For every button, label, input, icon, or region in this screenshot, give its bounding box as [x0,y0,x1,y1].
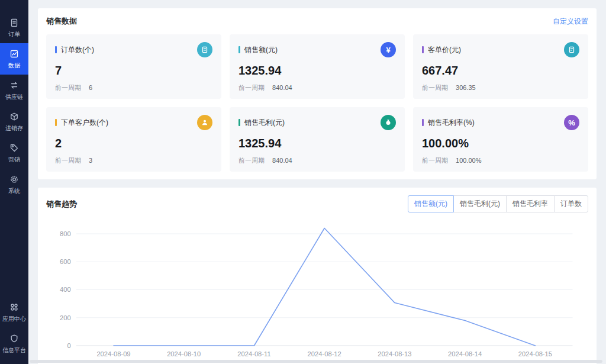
stat-value: 100.00% [422,137,579,150]
sales-data-panel: 销售数据 自定义设置 订单数(个) 7 前一周期 6 [38,8,597,179]
card-accent-bar [422,119,424,126]
sidebar-item-label: 应用中心 [2,315,26,323]
stat-card-sales-amount: 销售额(元) ¥ 1325.94 前一周期 840.04 [230,34,405,99]
svg-text:2024-08-09: 2024-08-09 [96,350,130,357]
user-icon [197,115,212,130]
prev-period-label: 前一周期 [238,157,265,164]
sales-data-title: 销售数据 [46,16,77,27]
supply-chain-icon [9,80,20,91]
tab-order-count[interactable]: 订单数 [554,195,588,212]
receipt-icon [564,42,579,57]
sales-trend-panel: 销售趋势 销售额(元) 销售毛利(元) 销售毛利率 订单数 0200400600… [38,188,597,364]
sales-trend-title: 销售趋势 [46,199,77,210]
stat-title: 销售毛利率(%) [428,118,475,128]
stat-card-gross-margin: 销售毛利率(%) % 100.00% 前一周期 100.00% [413,107,588,172]
svg-text:2024-08-11: 2024-08-11 [237,350,270,357]
stat-card-customer-count: 下单客户数(个) 2 前一周期 3 [46,107,221,172]
stat-title: 订单数(个) [61,45,94,55]
sidebar: 订单 数据 供应链 进销存 营销 系统 [0,0,28,364]
svg-text:2024-08-15: 2024-08-15 [518,350,552,357]
percent-glyph: % [568,118,575,127]
prev-period-value: 3 [89,157,92,164]
prev-period-label: 前一周期 [422,157,448,164]
sales-trend-chart: 02004006008002024-08-092024-08-102024-08… [46,217,588,362]
sidebar-item-label: 系统 [8,187,20,195]
stat-value: 7 [55,64,212,78]
app-center-icon [9,302,20,313]
card-accent-bar [55,119,57,126]
sidebar-item-app-center[interactable]: 应用中心 [0,297,28,328]
horizontal-scrollbar[interactable] [30,360,602,363]
prev-period-label: 前一周期 [55,84,81,91]
stat-card-gross-profit: 销售毛利(元) 1325.94 前一周期 840.04 [230,107,405,172]
sidebar-item-label: 订单 [8,30,20,38]
custom-settings-link[interactable]: 自定义设置 [553,17,588,27]
stat-value: 2 [55,137,212,150]
prev-period-value: 6 [89,84,92,91]
line-chart: 02004006008002024-08-092024-08-102024-08… [46,217,588,362]
yen-glyph: ¥ [386,46,390,54]
stat-title: 销售毛利(元) [244,118,285,128]
svg-text:2024-08-14: 2024-08-14 [448,350,482,357]
svg-text:2024-08-12: 2024-08-12 [308,350,341,357]
sidebar-item-label: 营销 [8,156,20,164]
svg-text:800: 800 [60,230,71,237]
order-icon [9,17,20,28]
inventory-icon [9,111,20,122]
sidebar-item-orders[interactable]: 订单 [0,12,28,43]
prev-period-value: 100.00% [456,157,481,164]
stat-value: 667.47 [422,64,579,78]
stat-cards-grid: 订单数(个) 7 前一周期 6 销售额(元) [46,34,588,172]
sidebar-item-info-platform[interactable]: 信息平台 [0,328,28,359]
card-accent-bar [55,46,57,53]
sidebar-item-label: 数据 [8,62,20,70]
card-accent-bar [238,119,240,126]
sidebar-item-data[interactable]: 数据 [0,43,28,75]
sidebar-item-system[interactable]: 系统 [0,169,28,200]
svg-text:2024-08-13: 2024-08-13 [378,350,411,357]
moneybag-icon [381,115,396,130]
svg-text:0: 0 [67,342,71,349]
svg-text:200: 200 [60,314,71,321]
svg-text:600: 600 [60,258,71,265]
tab-gross-margin[interactable]: 销售毛利率 [506,195,555,212]
stat-title: 销售额(元) [244,45,278,55]
svg-text:2024-08-10: 2024-08-10 [167,350,201,357]
yen-icon: ¥ [381,42,396,57]
prev-period-value: 840.04 [272,84,292,91]
tab-sales-amount[interactable]: 销售额(元) [408,195,454,212]
document-icon [197,42,212,57]
stat-card-avg-order-value: 客单价(元) 667.47 前一周期 306.35 [413,34,588,99]
sidebar-item-inventory[interactable]: 进销存 [0,106,28,137]
stat-value: 1325.94 [238,64,396,78]
stat-value: 1325.94 [238,137,396,150]
tab-gross-profit[interactable]: 销售毛利(元) [453,195,507,212]
sidebar-item-label: 信息平台 [2,346,26,355]
sidebar-bottom-group: 应用中心 信息平台 [0,297,28,364]
stat-title: 客单价(元) [428,45,461,55]
percent-icon: % [564,115,579,130]
card-accent-bar [422,46,424,53]
card-accent-bar [238,46,240,53]
sidebar-item-label: 进销存 [5,124,23,133]
prev-period-value: 306.35 [456,84,476,91]
prev-period-label: 前一周期 [55,157,81,164]
prev-period-value: 840.04 [272,157,292,164]
data-icon [9,49,20,59]
stat-card-order-count: 订单数(个) 7 前一周期 6 [46,34,221,99]
system-icon [9,174,20,185]
prev-period-label: 前一周期 [422,84,448,91]
sidebar-item-label: 供应链 [5,93,23,101]
stat-title: 下单客户数(个) [61,118,108,128]
prev-period-label: 前一周期 [238,84,265,91]
trend-metric-tabs: 销售额(元) 销售毛利(元) 销售毛利率 订单数 [408,195,588,212]
sidebar-item-marketing[interactable]: 营销 [0,137,28,169]
sidebar-item-supply-chain[interactable]: 供应链 [0,75,28,106]
main-content: 销售数据 自定义设置 订单数(个) 7 前一周期 6 [28,0,606,364]
svg-text:400: 400 [60,286,71,294]
info-platform-icon [9,333,20,344]
marketing-icon [9,143,20,153]
